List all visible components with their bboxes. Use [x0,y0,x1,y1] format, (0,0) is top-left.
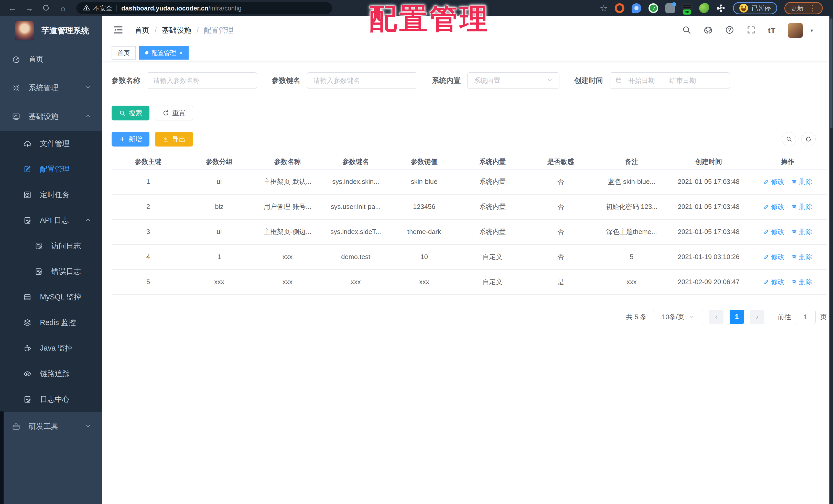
browser-update-button[interactable]: 更新 ⋮ [784,2,823,14]
sidebar-item-config-manage[interactable]: 配置管理 [0,156,102,182]
avatar-caret-icon[interactable]: ▾ [810,27,813,33]
breadcrumb-home[interactable]: 首页 [135,25,149,35]
browser-reload-button[interactable] [42,4,51,13]
cell-系统内置: 自定义 [458,252,527,261]
extension-icon-leaf[interactable] [699,3,709,13]
user-avatar[interactable] [788,23,803,38]
cell-系统内置: 系统内置 [458,227,527,236]
edit-link[interactable]: 修改 [763,202,784,211]
goto-page-input[interactable] [795,310,816,324]
next-page-button[interactable]: › [750,310,764,324]
profile-paused-pill[interactable]: 已暂停 [733,2,777,14]
url-path: /infra/config [208,5,241,12]
extension-icon-cn[interactable]: cn [682,3,692,13]
cell-参数分组: 1 [185,253,254,261]
sidebar-item-error-log[interactable]: 错误日志 [0,259,102,284]
cell-参数分组: biz [185,203,254,211]
close-tab-icon[interactable]: × [179,50,183,56]
extensions-puzzle-icon[interactable] [716,3,726,13]
cell-是否敏感: 是 [527,277,594,286]
tab-config-manage[interactable]: 配置管理 × [139,46,189,59]
reset-button[interactable]: 重置 [155,106,193,121]
cell-是否敏感: 否 [527,177,594,186]
sidebar-item-api-log[interactable]: API 日志 [0,208,102,233]
font-size-icon[interactable]: tT [768,26,776,35]
delete-link[interactable]: 删除 [791,227,812,236]
extension-icon-grey[interactable] [665,3,675,13]
sidebar-item-java-monitor[interactable]: Java 监控 [0,335,102,361]
insecure-warning-icon[interactable] [83,4,90,12]
current-page-button[interactable]: 1 [730,310,744,324]
github-icon[interactable] [704,25,713,35]
url-bar[interactable]: 不安全 dashboard.yudao.iocoder.cn /infra/co… [76,2,332,14]
system-builtin-select[interactable]: 系统内置 [467,72,560,89]
extension-icon-pin[interactable] [632,3,641,13]
edit-link[interactable]: 修改 [763,227,784,236]
edit-icon [23,165,32,174]
tags-view-bar: 首页 配置管理 × [102,45,829,61]
brand-title: 芋道管理系统 [42,25,89,36]
chevron-down-icon [85,423,91,431]
sidebar-item-infra[interactable]: 基础设施 [0,102,102,131]
extension-icon-green-check[interactable]: ✓ [648,3,658,13]
sidebar-item-access-log[interactable]: 访问日志 [0,233,102,259]
browser-scrollbar[interactable] [829,16,833,504]
tab-home[interactable]: 首页 [112,46,136,59]
extension-icon-orange[interactable] [615,3,624,13]
param-name-input[interactable] [147,72,257,89]
sidebar-item-dev-tools[interactable]: 研发工具 [0,412,102,441]
edit-link[interactable]: 修改 [763,277,784,286]
cell-系统内置: 系统内置 [458,177,527,186]
browser-menu-icon[interactable]: ⋮ [809,4,816,12]
coffee-icon [23,344,32,353]
brand: 芋道管理系统 [0,16,102,45]
date-start-placeholder: 开始日期 [628,76,655,85]
cell-参数主键: 1 [112,178,185,186]
screenshot-root: ← → ⌂ 不安全 dashboard.yudao.iocoder.cn /in… [0,0,833,504]
bookmark-star-icon[interactable]: ☆ [600,3,608,13]
sidebar-item-log-center[interactable]: 日志中心 [0,387,102,412]
sidebar-item-system[interactable]: 系统管理 [0,74,102,102]
param-key-input[interactable] [307,72,417,89]
export-button[interactable]: 导出 [155,132,193,147]
create-time-label: 创建时间 [574,76,603,85]
browser-forward-button[interactable]: → [25,4,34,12]
table-row: 41xxxdemo.test10自定义否52021-01-19 03:10:26… [112,245,827,270]
cell-是否敏感: 否 [527,252,594,261]
sidebar-item-home[interactable]: 首页 [0,45,102,74]
sidebar-item-file-manage[interactable]: 文件管理 [0,131,102,156]
briefcase-icon [12,422,21,431]
sidebar-item-cron-job[interactable]: 定时任务 [0,182,102,208]
config-table: 参数主键 参数分组 参数名称 参数键名 参数键值 系统内置 是否敏感 备注 创建… [112,154,827,295]
prev-page-button[interactable]: ‹ [709,310,723,324]
search-icon[interactable] [682,25,691,35]
search-button[interactable]: 搜索 [112,106,149,121]
add-button[interactable]: 新增 [112,132,149,147]
toggle-search-button[interactable] [782,132,796,146]
page-size-select[interactable]: 10条/页 [653,310,703,324]
help-icon[interactable] [725,25,734,35]
browser-back-button[interactable]: ← [8,4,17,12]
table-row: 3ui主框架页-侧边...sys.index.sideT...theme-dar… [112,220,827,245]
cell-是否敏感: 否 [527,202,594,211]
breadcrumb-infra[interactable]: 基础设施 [162,25,191,35]
delete-link[interactable]: 删除 [791,277,812,286]
edit-link[interactable]: 修改 [763,177,784,186]
delete-link[interactable]: 删除 [791,252,812,261]
browser-scrollbar-thumb[interactable] [830,19,832,128]
total-count: 共 5 条 [626,312,647,322]
chevron-up-icon [85,112,91,121]
cell-参数分组: ui [185,228,254,236]
sidebar-item-trace[interactable]: 链路追踪 [0,361,102,387]
edit-link[interactable]: 修改 [763,252,784,261]
collapse-sidebar-icon[interactable] [113,25,123,36]
sidebar-scrollbar[interactable] [0,411,4,504]
delete-link[interactable]: 删除 [791,202,812,211]
browser-home-button[interactable]: ⌂ [58,4,68,12]
date-range-picker[interactable]: 开始日期 - 结束日期 [610,72,730,89]
sidebar-item-redis-monitor[interactable]: Redis 监控 [0,310,102,335]
sidebar-item-mysql-monitor[interactable]: MySQL 监控 [0,284,102,310]
delete-link[interactable]: 删除 [791,177,812,186]
refresh-button[interactable] [801,132,816,146]
fullscreen-icon[interactable] [746,25,756,35]
